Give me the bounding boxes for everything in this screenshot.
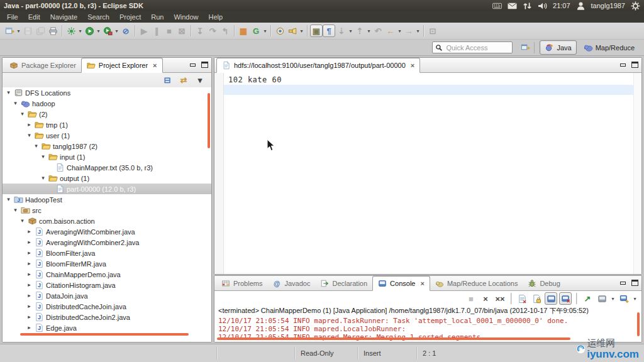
console-text-area[interactable]: <terminated> ChainMapperDemo (1) [Java A… [214, 305, 641, 342]
tree-item[interactable]: ▾JHadoopTest [3, 194, 211, 205]
menu-item-navigate[interactable]: Navigate [46, 12, 82, 22]
expand-arrow-icon[interactable]: ▸ [26, 272, 33, 277]
close-icon[interactable]: × [420, 280, 424, 287]
explorer-tab-project-explorer[interactable]: Project Explorer× [81, 58, 163, 73]
expand-arrow-icon[interactable]: ▸ [26, 239, 33, 245]
close-icon[interactable]: × [411, 62, 414, 69]
explorer-tree[interactable]: ▾DFS Locations▾hadoop▾(2)▸tmp (1)▾user (… [3, 87, 211, 342]
tree-item[interactable]: ▾com.baison.action [3, 216, 211, 226]
expand-arrow-icon[interactable]: ▸ [26, 282, 33, 288]
expand-arrow-icon[interactable]: ▾ [5, 197, 12, 202]
editor-text-area[interactable]: 102 kate 60 [214, 73, 641, 274]
session-menu[interactable] [631, 1, 640, 11]
back-button-dropdown[interactable]: ▾ [397, 25, 402, 37]
open-console-button[interactable] [618, 292, 630, 305]
generate-button-dropdown[interactable]: ▾ [262, 25, 268, 37]
tree-item[interactable]: ▸JCitationHistogram.java [3, 280, 211, 290]
search-button-dropdown[interactable]: ▾ [299, 25, 304, 37]
pin-console-toggle[interactable]: ↗ [581, 292, 594, 305]
tree-item[interactable]: ▸JDistributedCacheJoin2.java [3, 312, 211, 322]
new-wizard-button-dropdown[interactable]: ▾ [16, 25, 21, 37]
console-horizontal-scrollbar[interactable] [217, 337, 570, 340]
expand-arrow-icon[interactable]: ▸ [26, 293, 33, 299]
quick-access-input[interactable] [445, 43, 509, 52]
expand-arrow-icon[interactable]: ▸ [26, 314, 33, 320]
previous-annotation-button-dropdown[interactable]: ▾ [366, 25, 372, 37]
console-tab-console[interactable]: Console× [372, 276, 430, 291]
expand-arrow-icon[interactable]: ▾ [26, 133, 33, 138]
network-indicator[interactable] [523, 1, 532, 11]
mapreduce-wizard-button[interactable]: ▦ [237, 25, 250, 37]
close-icon[interactable]: × [153, 62, 157, 69]
tree-item[interactable]: ▾output (1) [3, 173, 211, 184]
editor-overview-ruler[interactable] [633, 73, 641, 274]
show-whitespace-toggle[interactable]: ¶ [323, 25, 335, 37]
tree-item[interactable]: ▾DFS Locations [3, 87, 211, 98]
menu-item-help[interactable]: Help [204, 12, 228, 22]
tree-item[interactable]: ▾input (1) [3, 151, 211, 162]
skip-breakpoints-button[interactable]: ⊘ [119, 25, 132, 37]
tree-item[interactable]: ChainMapper.txt (35.0 b, r3) [3, 162, 211, 173]
tree-item[interactable]: part-00000 (12.0 b, r3) [3, 184, 211, 194]
generate-button[interactable]: G [250, 25, 262, 37]
expand-arrow-icon[interactable]: ▾ [40, 175, 47, 181]
minimize-view-button[interactable] [619, 62, 626, 68]
link-with-editor-toggle[interactable]: ⇄ [177, 74, 190, 87]
clear-console-button[interactable] [516, 292, 528, 305]
tree-item[interactable]: ▸JBloomFilterMR.java [3, 258, 211, 269]
mark-occurrences-toggle[interactable]: ▣ [310, 25, 323, 37]
run-last-tool-button[interactable] [101, 25, 114, 37]
menu-item-run[interactable]: Run [147, 12, 168, 22]
next-annotation-button-dropdown[interactable]: ▾ [348, 25, 353, 37]
tree-item[interactable]: ▸JEdge.java [3, 322, 211, 333]
expand-arrow-icon[interactable]: ▾ [33, 143, 40, 149]
expand-arrow-icon[interactable]: ▾ [40, 154, 47, 160]
tree-item[interactable]: ▸JAveragingWithCombiner.java [3, 226, 211, 237]
open-console-button-dropdown[interactable]: ▾ [632, 292, 638, 305]
show-stderr-toggle[interactable] [559, 292, 572, 305]
show-stdout-toggle[interactable] [545, 292, 557, 305]
tree-item[interactable]: ▸JDistributedCacheJoin.java [3, 301, 211, 312]
user-indicator[interactable] [576, 1, 586, 11]
open-perspective-button[interactable] [519, 41, 531, 54]
scroll-lock-toggle[interactable] [530, 292, 543, 305]
display-console-button-dropdown[interactable]: ▾ [610, 292, 616, 305]
tree-item[interactable]: ▾hadoop [3, 98, 211, 109]
print-button[interactable] [47, 25, 59, 37]
run-button-dropdown[interactable]: ▾ [96, 25, 101, 37]
expand-arrow-icon[interactable]: ▸ [26, 304, 33, 309]
run-last-tool-button-dropdown[interactable]: ▾ [114, 25, 119, 37]
perspective-map-reduce[interactable]: Map/Reduce [579, 41, 639, 54]
expand-arrow-icon[interactable]: ▸ [26, 229, 33, 234]
menu-item-window[interactable]: Window [169, 12, 203, 22]
open-element-button[interactable] [274, 25, 286, 37]
tree-item[interactable]: ▾user (1) [3, 130, 211, 141]
tree-item[interactable]: ▸JBloomFilter.java [3, 248, 211, 258]
mail-indicator[interactable] [508, 1, 517, 11]
console-tab-debug[interactable]: Debug [523, 277, 565, 290]
minimize-view-button[interactable] [619, 280, 626, 286]
explorer-tab-package-explorer[interactable]: Package Explorer [4, 58, 81, 72]
volume-indicator[interactable] [538, 1, 547, 11]
explorer-vertical-scrollbar[interactable] [208, 93, 210, 148]
external-tools-button[interactable] [65, 25, 77, 37]
forward-button-dropdown[interactable]: ▾ [415, 25, 421, 37]
menu-item-file[interactable]: File [3, 12, 23, 22]
menu-item-edit[interactable]: Edit [24, 12, 45, 22]
clock-indicator[interactable]: 21:07 [553, 2, 570, 9]
new-wizard-button[interactable] [3, 25, 16, 37]
tree-item[interactable]: ▸JChainMapperDemo.java [3, 269, 211, 280]
editor-tab-hdfs-localhost-9100-user-tanglg1987-output-part-00000[interactable]: hdfs://localhost:9100/user/tanglg1987/ou… [216, 58, 420, 73]
console-tab-map-reduce-locations[interactable]: Map/Reduce Locations [430, 277, 523, 290]
console-tab-javadoc[interactable]: @Javadoc [267, 277, 315, 290]
expand-arrow-icon[interactable]: ▾ [5, 90, 12, 96]
console-vertical-scrollbar[interactable] [637, 312, 640, 336]
collapse-all-button[interactable]: ⊟ [161, 74, 174, 87]
menu-item-search[interactable]: Search [83, 12, 114, 22]
maximize-view-button[interactable] [631, 62, 638, 68]
tree-item[interactable]: ▾(2) [3, 109, 211, 119]
console-tab-declaration[interactable]: Declaration [315, 277, 372, 290]
expand-arrow-icon[interactable]: ▸ [26, 122, 33, 128]
remove-launch-button[interactable]: × [479, 292, 492, 305]
expand-arrow-icon[interactable]: ▾ [12, 207, 19, 213]
